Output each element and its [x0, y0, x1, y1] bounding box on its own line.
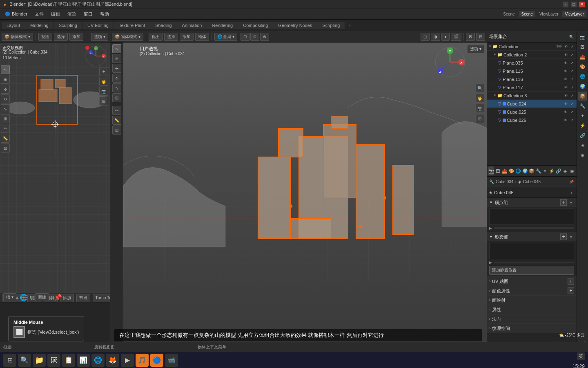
close-button[interactable]: ✕ [579, 2, 585, 7]
global-icon[interactable]: 🌐 [20, 294, 28, 301]
hand-icon[interactable]: 🖐 [99, 77, 108, 86]
color-add[interactable]: + [568, 287, 574, 294]
face-map-header[interactable]: › 面映射 [487, 296, 577, 305]
taskbar-lang[interactable]: 英 [577, 352, 585, 360]
far-icon-particles[interactable]: ✦ [578, 111, 587, 120]
tree-cube-026[interactable]: ▽ Cube.026 👁 ↗ [487, 116, 577, 124]
menu-window[interactable]: 窗口 [80, 10, 96, 18]
props-icon-output[interactable]: 📤 [502, 166, 508, 175]
tab-animation[interactable]: Animation [177, 22, 207, 29]
main-3d-viewport[interactable]: 用户透视 (2) Collection | Cube.034 X Y [123, 43, 487, 348]
object-name-label[interactable]: Cube.045 [494, 190, 514, 195]
tree-collection-root[interactable]: ▼ 📁 Collection 396 👁 ↗ [487, 43, 577, 51]
props-icon-modifier[interactable]: 🔧 [535, 166, 541, 175]
taskbar-premiere[interactable]: 📹 [165, 354, 178, 367]
tool-scale[interactable]: ⤡ [1, 104, 10, 113]
props-icon-physics[interactable]: ⚡ [549, 166, 555, 175]
tool-rotate[interactable]: ↻ [1, 94, 10, 103]
far-icon-constraints[interactable]: 🔗 [578, 131, 587, 140]
vertex-group-add[interactable]: + [560, 199, 567, 206]
taskbar-player[interactable]: ▶ [121, 354, 134, 367]
add-object-icon[interactable]: + [99, 67, 108, 76]
attribute-header[interactable]: › 属性 [487, 305, 577, 314]
add-slot-icon[interactable]: + [29, 294, 32, 300]
tree-p035-vis[interactable]: 👁 [563, 60, 568, 66]
tree-collection-3[interactable]: ▼ 📁 Collection 3 👁 ↗ [487, 92, 577, 100]
pin-icon[interactable]: 📌 [54, 294, 62, 301]
tab-layout[interactable]: Layout [2, 22, 25, 29]
props-icon-object[interactable]: 📦 [529, 166, 535, 175]
props-icon-material[interactable]: ◉ [569, 166, 575, 175]
props-icon-particle[interactable]: ✦ [542, 166, 548, 175]
zoom-icon[interactable]: 🔍 [475, 83, 484, 92]
maximize-button[interactable]: □ [571, 2, 577, 7]
tree-plane-115[interactable]: ▽ Plane.115 👁 ↗ [487, 67, 577, 75]
tree-root-sel[interactable]: ↗ [569, 44, 575, 49]
vp-tool-add[interactable]: ⊡ [112, 126, 121, 135]
props-icon-render[interactable]: 🖼 [495, 166, 501, 175]
taskbar-excel[interactable]: 📊 [77, 354, 90, 367]
vp-tool-measure[interactable]: 📏 [112, 116, 121, 125]
camera-icon[interactable]: 📷 [99, 87, 108, 96]
far-icon-output[interactable]: 📤 [578, 52, 587, 61]
vp-tool-rotate[interactable]: ↻ [112, 74, 121, 83]
vp-hand-icon[interactable]: 🖐 [475, 94, 484, 103]
tree-col2-sel[interactable]: ↗ [569, 52, 575, 58]
vp-grid-icon[interactable]: ⊞ [475, 114, 484, 123]
far-icon-scene[interactable]: 🌐 [578, 72, 587, 81]
shape-key-header[interactable]: ▼ 形态键 + ▾ [487, 232, 577, 241]
uv-map-header[interactable]: › UV 贴图 + [487, 277, 577, 286]
taskbar-search[interactable]: 🔍 [18, 354, 31, 367]
far-icon-camera[interactable]: 📷 [578, 33, 587, 42]
tool-measure[interactable]: 📏 [1, 134, 10, 143]
tab-sculpting[interactable]: Sculpting [54, 22, 82, 29]
vp-tool-cursor[interactable]: ⊕ [112, 54, 121, 63]
tool-annotate[interactable]: ✏ [1, 124, 10, 133]
taskbar-blender[interactable]: 🔵 [150, 354, 163, 367]
viewport-shading-3[interactable]: ● [441, 33, 450, 41]
center-mode-selector[interactable]: 📦 物体模式 ▾ [112, 33, 143, 41]
tree-p115-sel[interactable]: ↗ [569, 68, 575, 74]
tree-cube-025[interactable]: ▽ Cube.025 👁 ↗ [487, 108, 577, 116]
tab-geometry-nodes[interactable]: Geometry Nodes [273, 22, 317, 29]
left-view-menu[interactable]: 视图 [38, 33, 52, 41]
far-icon-data[interactable]: ◈ [578, 141, 587, 150]
tool-transform[interactable]: ⊞ [1, 114, 10, 123]
normal-header[interactable]: › 法向 [487, 314, 577, 323]
left-add-menu[interactable]: 添加 [69, 33, 83, 41]
add-pose-btn[interactable]: 添加静置位置 [489, 266, 574, 275]
far-icon-physics[interactable]: ⚡ [578, 121, 587, 130]
add-workspace-button[interactable]: + [345, 21, 355, 29]
tree-plane-117[interactable]: ▽ Plane.117 👁 ↗ [487, 83, 577, 92]
tab-shading[interactable]: Shading [150, 22, 176, 29]
viewport-shading-2[interactable]: ◑ [431, 33, 440, 41]
menu-render[interactable]: 渲染 [64, 10, 80, 18]
props-icon-view[interactable]: 🎨 [508, 166, 514, 175]
tool-select[interactable]: ↖ [1, 65, 10, 74]
tree-c026-vis[interactable]: 👁 [563, 117, 568, 123]
props-icon-scene2[interactable]: 🌐 [515, 166, 521, 175]
tab-scripting[interactable]: Scripting [317, 22, 345, 29]
viewport-shading-1[interactable]: ◻ [421, 33, 430, 41]
breadcrumb-pin[interactable]: 📌 [568, 179, 574, 185]
tree-plane-116[interactable]: ▽ Plane.116 👁 ↗ [487, 75, 577, 83]
far-icon-vl[interactable]: 🎨 [578, 62, 587, 71]
tree-p115-vis[interactable]: 👁 [563, 68, 568, 74]
overlay-btn[interactable]: ⊠ [466, 33, 475, 41]
menu-help[interactable]: 帮助 [97, 10, 112, 18]
tree-col2-vis[interactable]: 👁 [563, 52, 568, 58]
tree-c024-vis[interactable]: 👁 [563, 101, 568, 107]
taskbar-firefox[interactable]: 🦊 [106, 354, 119, 367]
vg-play-icon[interactable]: ▶ [489, 226, 492, 230]
menu-edit[interactable]: 编辑 [48, 10, 63, 18]
taskbar-browser[interactable]: 🌐 [91, 354, 105, 367]
viewport-shading-4[interactable]: 🎬 [451, 33, 461, 41]
viewlayer-name[interactable]: ViewLayer [562, 11, 586, 17]
far-icon-object[interactable]: 📦 [578, 92, 587, 101]
props-icon-world[interactable]: 🌍 [522, 166, 528, 175]
tab-compositing[interactable]: Compositing [238, 22, 273, 29]
tree-c025-sel[interactable]: ↗ [569, 109, 575, 115]
color-attr-header[interactable]: › 颜色属性 + [487, 286, 577, 295]
tree-c025-vis[interactable]: 👁 [563, 109, 568, 115]
object-options-icon[interactable]: ⋮ [568, 190, 574, 195]
